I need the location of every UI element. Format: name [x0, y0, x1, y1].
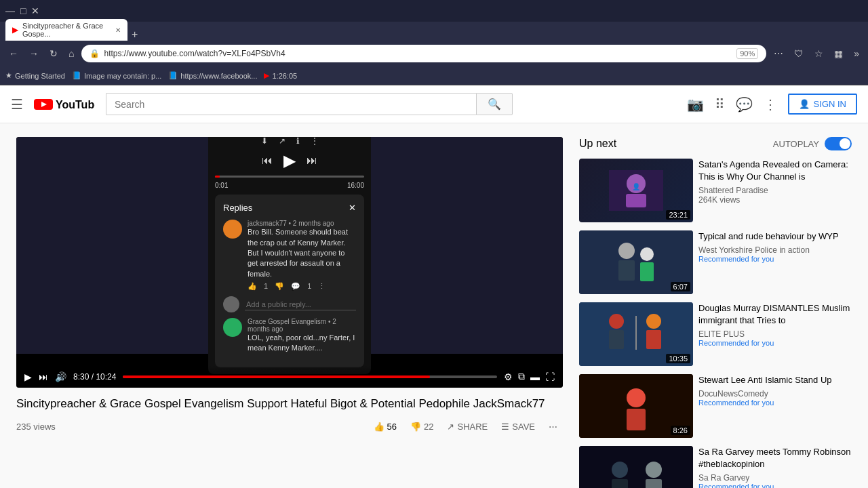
bookmarks-bar: ★ Getting Started 📘 Image may contain: p…: [0, 66, 868, 85]
rec-channel-4: DocuNewsComedy: [698, 389, 852, 399]
video-player[interactable]: ▲ ≡ □ 03:28 ⬇ ↗ ℹ ⋮ ⏮ ▶ ⏭: [16, 137, 563, 388]
rec-video-4[interactable]: 8:26 Stewart Lee Anti Islamic Stand Up D…: [579, 374, 852, 438]
phone-mockup: ▲ ≡ □ 03:28 ⬇ ↗ ℹ ⋮ ⏮ ▶ ⏭: [208, 137, 371, 374]
reply-actions-1: 👍 1 👎 💬 1 ⋮: [248, 282, 356, 291]
rec-video-5[interactable]: Sa Ra Garvey meets Tommy Robinson #thebl…: [579, 446, 852, 488]
svg-rect-24: [612, 479, 628, 488]
svg-point-22: [612, 462, 628, 478]
close-icon[interactable]: ✕: [31, 5, 39, 16]
more-horiz-icon: ⋯: [549, 422, 557, 432]
home-button[interactable]: ⌂: [65, 47, 77, 60]
phone-timeline[interactable]: [215, 176, 364, 178]
bookmark-getting-started[interactable]: ★ Getting Started: [5, 71, 65, 80]
youtube-logo[interactable]: YouTube: [34, 98, 95, 111]
phone-share-icon: ↗: [279, 137, 285, 146]
dislike-button[interactable]: 👎 22: [405, 418, 439, 436]
share-button[interactable]: ↗ SHARE: [441, 418, 493, 436]
up-next-header: Up next AUTOPLAY: [579, 137, 852, 150]
extensions-button[interactable]: ⋯: [770, 47, 787, 60]
fullscreen-icon[interactable]: ⛶: [545, 371, 555, 382]
like-icon[interactable]: 👍: [248, 282, 257, 291]
rec-thumb-4: 8:26: [579, 374, 693, 438]
dislike-icon[interactable]: 👎: [275, 282, 284, 291]
autoplay-toggle[interactable]: [825, 137, 852, 150]
more-vert-icon[interactable]: ⋮: [764, 96, 777, 113]
reply-icon[interactable]: 💬: [291, 282, 300, 291]
search-button[interactable]: 🔍: [476, 93, 513, 115]
rec-video-3[interactable]: 10:35 Douglas Murray DISMANTLES Muslim i…: [579, 302, 852, 366]
tab-title: Sincitypreacher & Grace Gospe...: [22, 22, 111, 38]
rec-channel-1: Shattered Paradise: [698, 186, 852, 195]
svg-rect-5: [626, 194, 646, 207]
tab-close-icon[interactable]: ✕: [115, 26, 121, 34]
phone-play-button[interactable]: ▶: [283, 151, 296, 170]
rec-title-5: Sa Ra Garvey meets Tommy Robinson #thebl…: [698, 446, 852, 470]
grid-icon[interactable]: ⠿: [715, 96, 725, 113]
progress-bar[interactable]: [123, 375, 497, 378]
sidebar: Up next AUTOPLAY 👤 23:21: [579, 137, 852, 488]
mute-button[interactable]: 🔊: [55, 371, 66, 382]
video-camera-icon[interactable]: 📷: [687, 96, 704, 113]
back-button[interactable]: ←: [5, 47, 22, 60]
bookmark-icon[interactable]: ☆: [811, 47, 827, 60]
svg-point-8: [618, 243, 635, 259]
svg-rect-14: [609, 330, 624, 349]
miniplayer-icon[interactable]: ⧉: [518, 371, 525, 382]
rec-channel-5: Sa Ra Garvey: [698, 473, 852, 483]
lock-icon: 🔒: [90, 49, 100, 58]
save-button[interactable]: ☰ SAVE: [496, 418, 540, 436]
next-video-button[interactable]: ⏭: [39, 371, 48, 382]
youtube-header: ☰ YouTube 🔍 📷 ⠿ 💬 ⋮ 👤 SIGN IN: [0, 85, 868, 123]
reply-item-1: jacksmack77 • 2 months ago Bro Bill. Som…: [223, 220, 356, 291]
refresh-button[interactable]: ↻: [46, 47, 61, 60]
new-tab-button[interactable]: +: [127, 28, 142, 41]
chat-icon[interactable]: 💬: [736, 96, 753, 113]
overflow-menu[interactable]: »: [850, 47, 863, 60]
thumb-svg-1: 👤: [609, 170, 663, 211]
rec-badge-5: Recommended for you: [698, 483, 852, 488]
rec-video-1[interactable]: 👤 23:21 Satan's Agenda Revealed on Camer…: [579, 159, 852, 222]
reply-avatar-1: [223, 220, 242, 239]
settings-icon[interactable]: ⚙: [504, 371, 513, 382]
zoom-level: 90%: [736, 48, 758, 59]
bookmark-fb2-icon: 📘: [168, 71, 178, 80]
rec-info-2: Typical and rude behaviour by WYP West Y…: [698, 230, 852, 294]
url-bar[interactable]: 🔒 https://www.youtube.com/watch?v=XLFo4P…: [81, 45, 766, 62]
account-icon: 👤: [799, 99, 810, 109]
shield-icon[interactable]: 🛡: [791, 47, 807, 60]
phone-prev-icon[interactable]: ⏮: [262, 155, 273, 167]
bookmark-image[interactable]: 📘 Image may contain: p...: [72, 71, 161, 80]
svg-rect-9: [618, 260, 635, 281]
phone-info-icon: ℹ: [296, 137, 300, 146]
forward-button[interactable]: →: [26, 47, 42, 60]
like-button[interactable]: 👍 56: [368, 418, 402, 436]
play-pause-button[interactable]: ▶: [24, 371, 32, 382]
more-actions-button[interactable]: ⋯: [543, 418, 563, 436]
thumbs-down-icon: 👎: [410, 422, 421, 432]
phone-next-icon[interactable]: ⏭: [307, 155, 317, 167]
search-input[interactable]: [106, 93, 476, 115]
more-icon[interactable]: ⋮: [318, 282, 326, 291]
menu-icon[interactable]: ☰: [11, 96, 23, 113]
address-bar-row: ← → ↻ ⌂ 🔒 https://www.youtube.com/watch?…: [0, 41, 868, 66]
maximize-icon[interactable]: □: [20, 5, 26, 16]
youtube-logo-svg: YouTube: [34, 98, 95, 111]
current-time: 8:30 / 10:24: [73, 372, 116, 382]
sign-in-button[interactable]: 👤 SIGN IN: [788, 94, 857, 115]
rec-info-3: Douglas Murray DISMANTLES Muslim immigra…: [698, 302, 852, 366]
minimize-icon[interactable]: ―: [5, 5, 15, 16]
bookmark-facebook[interactable]: 📘 https://www.facebook...: [168, 71, 257, 80]
reply-input[interactable]: [245, 299, 356, 310]
svg-rect-21: [579, 446, 693, 488]
bookmark-fb-icon: 📘: [72, 71, 81, 80]
sidebar-toggle[interactable]: ▦: [831, 47, 846, 60]
share-icon: ↗: [447, 422, 454, 432]
up-next-title: Up next: [579, 138, 616, 150]
rec-video-2[interactable]: 6:07 Typical and rude behaviour by WYP W…: [579, 230, 852, 294]
reply-content-1: jacksmack77 • 2 months ago Bro Bill. Som…: [248, 220, 356, 291]
bookmark-video[interactable]: ▶ 1:26:05: [264, 71, 297, 80]
active-tab[interactable]: ▶ Sincitypreacher & Grace Gospe... ✕: [5, 19, 127, 41]
theater-mode-icon[interactable]: ▬: [530, 371, 540, 382]
close-replies-icon[interactable]: ✕: [349, 203, 356, 213]
player-right-controls: ⚙ ⧉ ▬ ⛶: [504, 371, 555, 382]
